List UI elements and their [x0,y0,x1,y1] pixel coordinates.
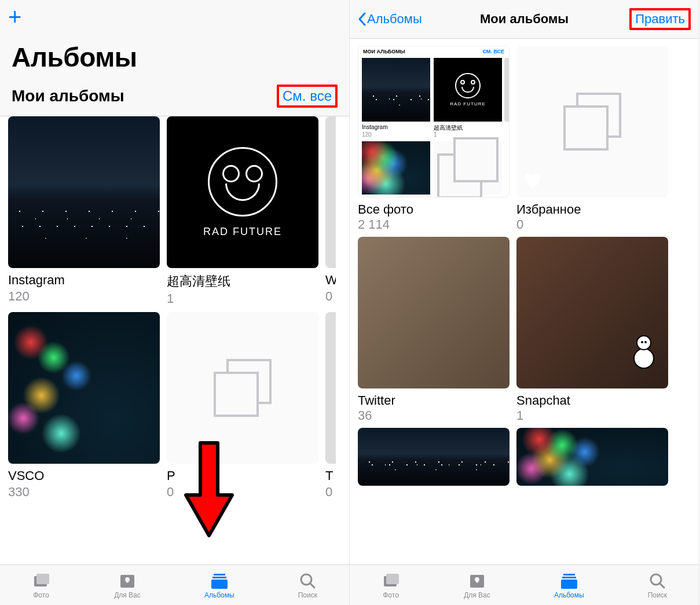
tab-bar: Фото Для Вас Альбомы Поиск [0,564,349,605]
album-thumbnail: RAD FUTURE [167,116,318,268]
smiley-icon [455,73,481,98]
album-count: 2 114 [358,217,510,232]
album-name: T [325,468,336,483]
album-thumbnail [358,428,510,486]
album-thumbnail [516,46,668,197]
tab-albums[interactable]: Альбомы [554,571,584,599]
album-count: 0 [325,485,336,500]
nav-bar: Альбомы Мои альбомы Править [350,0,699,38]
albums-scroll[interactable]: Instagram 120 RAD FUTURE 超高清壁纸 1 W 0 V [0,116,349,564]
tab-label: Для Вас [464,591,490,599]
album-thumbnail [358,237,510,388]
nav-title: Мои альбомы [480,12,569,27]
album-all-photos[interactable]: МОИ АЛЬБОМЫ СМ. ВСЕ RAD FUTURE Instagram [358,46,510,232]
photos-icon [32,571,50,590]
album-name: Избранное [516,202,668,217]
album-partial[interactable] [358,428,510,486]
smiley-icon [208,147,277,217]
mini-rad-text: RAD FUTURE [450,101,486,107]
album-count: 0 [325,289,336,304]
album-peek[interactable]: T 0 [325,312,336,500]
album-twitter[interactable]: Twitter 36 [358,237,510,423]
search-icon [298,571,317,590]
album-row: Instagram 120 RAD FUTURE 超高清壁纸 1 W 0 [8,116,341,306]
album-thumbnail [516,428,668,486]
album-row: VSCO 330 P 0 T 0 [8,312,341,500]
tab-search[interactable]: Поиск [648,571,667,599]
tab-photos[interactable]: Фото [32,571,50,599]
add-button[interactable]: + [8,5,21,28]
section-header: Мои альбомы См. все [0,80,349,116]
section-title: Мои альбомы [12,87,124,105]
tab-label: Фото [383,591,399,599]
album-count: 120 [8,289,160,304]
album-vsco[interactable]: VSCO 330 [8,312,160,500]
tab-label: Поиск [648,591,667,599]
tab-label: Поиск [298,591,317,599]
rad-future-text: RAD FUTURE [203,226,282,238]
album-name: VSCO [8,468,160,483]
tab-label: Альбомы [554,591,584,599]
large-title-row: Альбомы [0,34,349,80]
album-name: W [325,273,336,288]
albums-scroll[interactable]: МОИ АЛЬБОМЫ СМ. ВСЕ RAD FUTURE Instagram [350,39,699,564]
album-instagram[interactable]: Instagram 120 [8,116,160,306]
album-count: 330 [8,485,160,500]
svg-rect-4 [212,577,226,578]
tab-photos[interactable]: Фото [382,571,400,599]
album-partial[interactable] [516,428,668,486]
svg-rect-5 [211,580,228,589]
page-title: Альбомы [12,42,338,73]
tab-albums[interactable]: Альбомы [204,571,234,599]
for-you-icon [118,571,137,590]
back-button[interactable]: Альбомы [358,12,422,27]
edit-button[interactable]: Править [629,8,691,30]
album-empty[interactable]: P 0 [167,312,318,500]
album-thumbnail: МОИ АЛЬБОМЫ СМ. ВСЕ RAD FUTURE Instagram [358,46,510,197]
album-row-partial [358,428,691,486]
album-thumbnail [325,116,336,268]
album-name: Instagram [8,273,160,288]
album-count: 0 [516,217,668,232]
mini-count: 1 [434,131,437,138]
album-count: 1 [516,408,668,423]
album-name: 超高清壁纸 [167,273,318,290]
svg-line-7 [310,584,314,588]
back-label: Альбомы [367,12,422,27]
stack-icon [214,359,272,417]
albums-icon [560,571,578,590]
tab-search[interactable]: Поиск [298,571,317,599]
photos-icon [382,571,400,590]
mini-label: 超高清壁紙 [434,124,463,132]
chevron-left-icon [358,12,366,26]
album-thumbnail [8,312,160,464]
tab-label: Фото [33,591,49,599]
tab-bar: Фото Для Вас Альбомы Поиск [350,564,699,605]
svg-rect-11 [563,574,575,575]
album-favorites[interactable]: Избранное 0 [516,46,668,232]
album-thumbnail [325,312,336,464]
svg-line-15 [660,584,664,588]
see-all-button[interactable]: См. все [277,85,338,108]
mini-header-left: МОИ АЛЬБОМЫ [363,49,405,54]
album-snapchat[interactable]: Snapchat 1 [516,237,668,423]
header-area: Альбомы Мои альбомы Править [350,0,699,39]
album-row: Twitter 36 Snapchat 1 [358,237,691,423]
svg-rect-3 [214,574,225,575]
album-name: Twitter [358,393,510,408]
album-count: 1 [167,291,318,306]
album-row: МОИ АЛЬБОМЫ СМ. ВСЕ RAD FUTURE Instagram [358,46,691,232]
albums-icon [210,571,229,590]
album-peek[interactable]: W 0 [325,116,336,306]
for-you-icon [468,571,486,590]
svg-rect-1 [36,574,49,584]
album-name: P [167,468,318,483]
tab-for-you[interactable]: Для Вас [114,571,141,599]
album-count: 36 [358,408,510,423]
album-count: 0 [167,485,318,500]
mini-label: Instagram [362,124,387,130]
svg-rect-9 [386,574,399,584]
tab-for-you[interactable]: Для Вас [464,571,490,599]
album-wallpapers[interactable]: RAD FUTURE 超高清壁纸 1 [167,116,318,306]
album-thumbnail [167,312,318,464]
